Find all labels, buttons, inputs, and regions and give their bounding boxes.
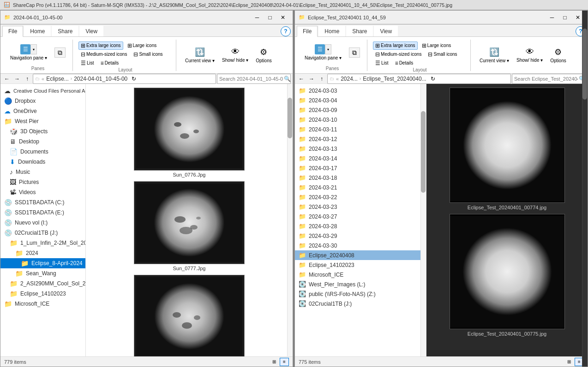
sidebar-item-eclipse-april[interactable]: 📁 Eclipse_8-April-2024 (0, 258, 85, 268)
preview-item-774[interactable]: Eclipse_Test_20240401_00774.jpg (430, 88, 584, 210)
right-current-view-button[interactable]: 🔃 Current view ▾ (476, 42, 512, 68)
right-preview-pane-button[interactable]: ⧉ (346, 40, 363, 65)
right-folder-scrollbar[interactable] (420, 84, 426, 356)
right-preview-scrollbar-thumb[interactable] (582, 84, 587, 100)
left-nav-pane-button[interactable]: ☰ ▾ Navigation pane ▾ (7, 40, 50, 65)
left-forward-button[interactable]: → (12, 74, 22, 83)
left-extra-large-icons-btn[interactable]: ⊞ Extra large icons (78, 41, 123, 50)
sidebar-item-westpier[interactable]: 📁 West Pier (0, 116, 85, 126)
right-show-hide-button[interactable]: 👁 Show/ hide ▾ (513, 42, 546, 68)
right-tab-home[interactable]: Home (318, 26, 345, 36)
sidebar-item-desktop[interactable]: 🖥 Desktop (0, 136, 85, 147)
left-list-btn[interactable]: ☰ List (78, 59, 96, 67)
folder-item-microsoft-ice[interactable]: 📁 Microsoft_ICE (295, 270, 426, 279)
sidebar-item-asi290[interactable]: 📁 2_ASI290MM_Cool_Sol_2022 (0, 278, 85, 289)
right-large-icons-btn[interactable]: ⊞ Large icons (420, 41, 454, 50)
left-tab-file[interactable]: File (2, 26, 23, 37)
sidebar-item-ssd-c[interactable]: 💿 SSD1TBADATA (C:) (0, 197, 85, 207)
left-back-button[interactable]: ← (2, 74, 12, 83)
right-tab-view[interactable]: View (374, 26, 398, 36)
sidebar-item-sean-wang[interactable]: 📁 Sean_Wang (0, 268, 85, 278)
right-search-bar[interactable]: 🔍 (512, 74, 586, 84)
sidebar-item-downloads[interactable]: ⬇ Downloads (0, 157, 85, 167)
sidebar-item-dropbox[interactable]: 🔵 Dropbox (0, 96, 85, 106)
left-tab-home[interactable]: Home (24, 26, 51, 36)
left-maximize-button[interactable]: □ (264, 12, 276, 23)
sidebar-item-lum-infin[interactable]: 📁 1_Lum_Infin_2-2M_Sol_2022 (0, 238, 85, 248)
left-show-hide-button[interactable]: 👁 Show/ hide ▾ (219, 42, 252, 68)
file-item-sun0776[interactable]: Sun_0776.Jpg (134, 88, 245, 178)
folder-item-2024-03-12[interactable]: 📁 2024-03-12 (295, 134, 426, 144)
folder-item-2024-03-03[interactable]: 📁 2024-03-03 (295, 86, 426, 95)
left-address-bar[interactable]: 🗀 « Eclipse... › 2024-04-01_10-45-00 ↻ (33, 74, 216, 84)
folder-item-2024-03-13[interactable]: 📁 2024-03-13 (295, 144, 426, 154)
left-file-scrollbar[interactable] (287, 84, 293, 356)
left-options-button[interactable]: ⚙ Options (252, 42, 275, 68)
sidebar-item-pictures[interactable]: 🖼 Pictures (0, 177, 85, 187)
left-small-icons-btn[interactable]: ⊟ Small icons (131, 50, 165, 59)
folder-item-2024-03-18[interactable]: 📁 2024-03-18 (295, 173, 426, 183)
folder-item-eclipse-14102023[interactable]: 📁 Eclipse_14102023 (295, 260, 426, 270)
left-close-button[interactable]: ✕ (277, 12, 289, 23)
right-search-input[interactable] (514, 76, 578, 82)
sidebar-item-nuevo-i[interactable]: 💿 Nuevo vol (I:) (0, 218, 85, 228)
sidebar-item-music[interactable]: ♪ Music (0, 167, 85, 177)
left-current-view-button[interactable]: 🔃 Current view ▾ (182, 42, 218, 68)
right-folder-scrollbar-thumb[interactable] (421, 111, 426, 193)
right-up-button[interactable]: ↑ (317, 74, 326, 83)
sidebar-item-videos[interactable]: 📽 Videos (0, 187, 85, 197)
file-item-sun0778[interactable]: Sun_0778.Jpg (134, 275, 245, 356)
right-back-button[interactable]: ← (297, 74, 306, 83)
sidebar-item-eclipse14[interactable]: 📁 Eclipse_14102023 (0, 289, 85, 299)
right-list-btn[interactable]: ☰ List (373, 59, 391, 67)
left-tab-share[interactable]: Share (52, 26, 78, 36)
right-nav-pane-button[interactable]: ☰ ▾ Navigation pane ▾ (301, 40, 345, 65)
folder-item-2024-03-21[interactable]: 📁 2024-03-21 (295, 183, 426, 192)
folder-item-2024-03-11[interactable]: 📁 2024-03-11 (295, 124, 426, 134)
right-preview-scrollbar[interactable] (582, 84, 588, 356)
folder-item-public-nas[interactable]: 💽 public (\\RS-Foto-NAS) (Z:) (295, 289, 426, 299)
left-help-button[interactable]: ? (281, 26, 291, 36)
left-view-list-btn[interactable]: ≡ (280, 358, 289, 366)
sidebar-item-documents[interactable]: 📄 Documents (0, 147, 85, 157)
right-forward-button[interactable]: → (307, 74, 316, 83)
folder-item-2024-03-30[interactable]: 📁 2024-03-30 (295, 241, 426, 250)
sidebar-item-ssd-e[interactable]: 💿 SSD1TBADATA (E:) (0, 207, 85, 218)
sidebar-item-onedrive[interactable]: ☁ OneDrive (0, 106, 85, 116)
folder-item-2024-03-09[interactable]: 📁 2024-03-09 (295, 105, 426, 115)
folder-item-2024-03-27[interactable]: 📁 2024-03-27 (295, 212, 426, 221)
right-tab-share[interactable]: Share (346, 26, 373, 36)
left-search-bar[interactable]: 🔍 (217, 74, 291, 84)
folder-item-2024-03-23[interactable]: 📁 2024-03-23 (295, 202, 426, 212)
right-minimize-button[interactable]: ─ (546, 12, 558, 23)
right-refresh-button[interactable]: ↻ (428, 74, 438, 83)
sidebar-item-crucial-j[interactable]: 💿 02Crucial1TB (J:) (0, 228, 85, 238)
folder-item-2024-03-17[interactable]: 📁 2024-03-17 (295, 163, 426, 173)
folder-item-west-pier-images[interactable]: 💽 West_Pier_Images (L:) (295, 279, 426, 289)
folder-item-eclipse-20240408[interactable]: 📁 Eclipse_20240408 (295, 250, 426, 260)
folder-item-2024-03-04[interactable]: 📁 2024-03-04 (295, 95, 426, 105)
sidebar-item-2024[interactable]: 📁 2024 (0, 248, 85, 258)
folder-item-2024-03-14[interactable]: 📁 2024-03-14 (295, 154, 426, 163)
left-tab-view[interactable]: View (79, 26, 103, 36)
left-view-large-btn[interactable]: ⊞ (270, 358, 279, 366)
folder-item-2024-03-29[interactable]: 📁 2024-03-29 (295, 231, 426, 241)
folder-item-2024-03-10[interactable]: 📁 2024-03-10 (295, 115, 426, 124)
left-medium-icons-btn[interactable]: ⊟ Medium-sized icons (78, 50, 129, 59)
right-address-bar[interactable]: 🗀 « 2024... › Eclipse_Test_20240040... ↻ (327, 74, 511, 84)
sidebar-item-creative-cloud[interactable]: ☁ Creative Cloud Files Personal Account … (0, 86, 85, 96)
right-details-btn[interactable]: ≡ Details (393, 59, 416, 67)
right-options-button[interactable]: ⚙ Options (547, 42, 569, 68)
folder-item-2024-03-28[interactable]: 📁 2024-03-28 (295, 221, 426, 231)
left-large-icons-btn[interactable]: ⊞ Large icons (125, 41, 159, 50)
left-search-input[interactable] (219, 76, 283, 82)
left-details-btn[interactable]: ≡ Details (98, 59, 121, 67)
right-extra-large-icons-btn[interactable]: ⊞ Extra large icons (373, 41, 417, 50)
right-view-large-btn[interactable]: ⊞ (564, 358, 574, 366)
right-maximize-button[interactable]: □ (559, 12, 571, 23)
left-up-button[interactable]: ↑ (23, 74, 32, 83)
preview-item-775[interactable]: Eclipse_Test_20240401_00775.jpg (430, 214, 584, 337)
sidebar-item-3dobjects[interactable]: 🎲 3D Objects (0, 126, 85, 136)
left-refresh-button[interactable]: ↻ (129, 74, 138, 83)
right-tab-file[interactable]: File (297, 26, 318, 37)
